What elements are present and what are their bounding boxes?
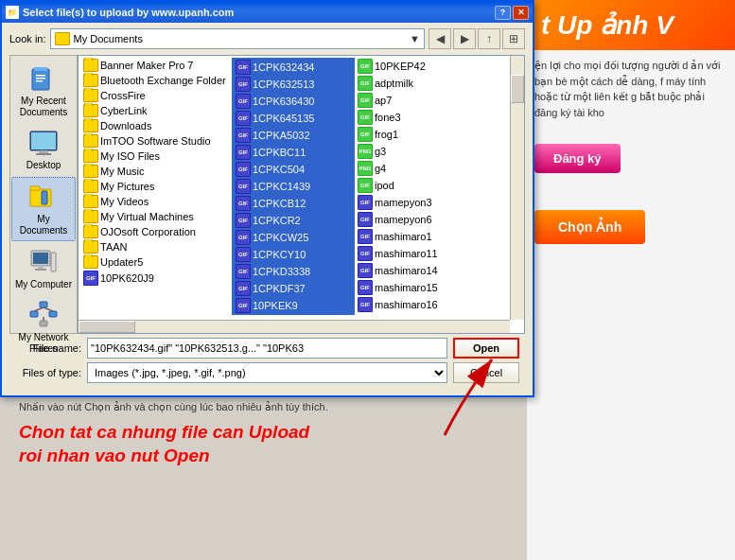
nav-views-button[interactable]: ⊞ xyxy=(502,28,525,49)
svg-rect-8 xyxy=(36,153,51,155)
dialog-title: Select file(s) to upload by www.upanh.co… xyxy=(23,7,234,18)
list-item[interactable]: GIFap7 xyxy=(355,92,478,109)
list-item[interactable]: GIF1CPKCR2 xyxy=(233,212,354,229)
list-item[interactable]: GIF10PKEK9 xyxy=(233,297,354,314)
svg-rect-7 xyxy=(39,150,48,153)
filename-label: File name: xyxy=(15,342,81,354)
list-item[interactable]: Bluetooth Exchange Folder xyxy=(80,73,232,88)
list-item[interactable]: GIF1CPKCW25 xyxy=(233,229,354,246)
gif-icon: GIF xyxy=(358,263,373,278)
img-icon: GIF xyxy=(358,59,373,74)
list-item[interactable]: GIFmashimaro1 xyxy=(355,228,478,245)
sidebar-desktop-label: Desktop xyxy=(26,160,61,171)
list-item[interactable]: My Pictures xyxy=(80,179,232,194)
list-item[interactable]: CrossFire xyxy=(80,88,232,103)
list-item[interactable]: TAAN xyxy=(80,239,232,254)
lookin-value: My Documents xyxy=(74,33,143,44)
list-item[interactable]: My Music xyxy=(80,164,232,179)
folder-icon xyxy=(83,225,98,238)
gif-icon: GIF xyxy=(236,162,251,177)
list-item[interactable]: GIF1CPK645135 xyxy=(233,110,354,127)
list-item[interactable]: CyberLink xyxy=(80,103,232,118)
sidebar-mydocs-label: My Documents xyxy=(14,214,73,236)
gif-icon: GIF xyxy=(236,196,251,211)
file-dialog: 📁 Select file(s) to upload by www.upanh.… xyxy=(0,0,534,397)
list-item[interactable]: GIFfrog1 xyxy=(355,126,478,143)
list-item[interactable]: GIF10PK620J9 xyxy=(80,270,232,287)
dangky-button[interactable]: Đăng ký xyxy=(534,144,621,173)
annotation-line1: Chon tat ca nhung file can Upload xyxy=(19,421,716,445)
list-item[interactable]: OJOsoft Corporation xyxy=(80,224,232,239)
close-button[interactable]: ✕ xyxy=(513,6,529,20)
gif-icon: GIF xyxy=(236,247,251,262)
list-item[interactable]: GIF1CPK632513 xyxy=(233,76,354,93)
help-button[interactable]: ? xyxy=(495,6,511,20)
svg-rect-17 xyxy=(40,302,47,307)
file-list-container[interactable]: Banner Maker Pro 7 Bluetooth Exchange Fo… xyxy=(78,55,525,334)
sidebar: My Recent Documents Desktop xyxy=(9,55,78,334)
list-item[interactable]: GIF1CPK636430 xyxy=(233,93,354,110)
list-item[interactable]: PNGg4 xyxy=(355,160,478,177)
list-item[interactable]: My ISO Files xyxy=(80,149,232,164)
nav-forward-button[interactable]: ▶ xyxy=(453,28,476,49)
img-icon: GIF xyxy=(358,76,373,91)
desktop-icon xyxy=(28,128,59,158)
sidebar-item-recent[interactable]: My Recent Documents xyxy=(11,60,76,122)
gif-icon: GIF xyxy=(236,60,251,75)
list-item[interactable]: GIF1CPKCB12 xyxy=(233,195,354,212)
website-header: t Up ảnh V xyxy=(527,0,735,50)
lookin-dropdown[interactable]: My Documents ▼ xyxy=(50,28,425,49)
sidebar-item-computer[interactable]: My Computer xyxy=(11,243,76,294)
list-item[interactable]: GIFmashimaro11 xyxy=(355,245,478,262)
list-item[interactable]: GIF1CPKC504 xyxy=(233,161,354,178)
list-item[interactable]: GIFfone3 xyxy=(355,109,478,126)
gif-icon: GIF xyxy=(236,111,251,126)
titlebar-buttons: ? ✕ xyxy=(495,6,529,20)
list-item[interactable]: GIF1CPKD3338 xyxy=(233,263,354,280)
list-item[interactable]: GIFadptmilk xyxy=(355,75,478,92)
list-item[interactable]: Banner Maker Pro 7 xyxy=(80,58,232,73)
list-item[interactable]: GIFipod xyxy=(355,177,478,194)
sidebar-recent-label: My Recent Documents xyxy=(13,96,74,118)
list-item[interactable]: GIF1CPKDF37 xyxy=(233,280,354,297)
list-item[interactable]: GIF1CPKC1439 xyxy=(233,178,354,195)
list-item[interactable]: PNGg3 xyxy=(355,143,478,160)
svg-rect-10 xyxy=(30,186,40,190)
list-item[interactable]: My Videos xyxy=(80,194,232,209)
list-item[interactable]: GIFmashimaro16 xyxy=(355,296,478,313)
sidebar-computer-label: My Computer xyxy=(15,279,72,290)
img-icon: PNG xyxy=(358,144,373,159)
list-item[interactable]: GIFmashimaro15 xyxy=(355,279,478,296)
list-item[interactable]: GIF1CPKBC11 xyxy=(233,144,354,161)
list-item[interactable]: My Virtual Machines xyxy=(80,209,232,224)
gif-icon: GIF xyxy=(236,264,251,279)
svg-rect-6 xyxy=(31,132,56,149)
sidebar-item-desktop[interactable]: Desktop xyxy=(11,124,76,175)
svg-rect-9 xyxy=(30,189,51,206)
list-item[interactable]: GIFmashimaro14 xyxy=(355,262,478,279)
list-item[interactable]: GIF10PKEP42 xyxy=(355,58,478,75)
svg-rect-3 xyxy=(36,78,45,79)
list-item[interactable]: GIFmamepyon6 xyxy=(355,211,478,228)
nav-up-button[interactable]: ↑ xyxy=(478,28,500,49)
background-website: t Up ảnh V ện lợi cho mọi đối tượng ngườ… xyxy=(527,0,735,560)
list-item[interactable]: ImTOO Software Studio xyxy=(80,133,232,149)
dropdown-arrow-icon: ▼ xyxy=(410,33,420,44)
sidebar-item-mydocs[interactable]: My Documents xyxy=(11,177,76,241)
nav-buttons: ◀ ▶ ↑ ⊞ xyxy=(429,28,525,49)
list-item[interactable]: Downloads xyxy=(80,118,232,133)
list-item[interactable]: Updater5 xyxy=(80,254,232,270)
list-item[interactable]: GIF1CPKA5032 xyxy=(233,127,354,144)
folder-icon xyxy=(83,119,98,132)
content-area: My Recent Documents Desktop xyxy=(9,55,525,334)
svg-rect-15 xyxy=(35,269,46,271)
list-item[interactable]: GIF1CPKCY10 xyxy=(233,246,354,263)
gif-icon: GIF xyxy=(236,179,251,194)
list-item[interactable]: GIF1CPK632434 xyxy=(233,59,354,76)
gif-icon: GIF xyxy=(236,94,251,109)
nav-back-button[interactable]: ◀ xyxy=(429,28,451,49)
list-item[interactable]: GIFmamepyon3 xyxy=(355,194,478,211)
img-icon: GIF xyxy=(358,110,373,125)
chon-anh-button[interactable]: Chọn Ảnh xyxy=(534,210,645,244)
svg-rect-22 xyxy=(40,321,47,326)
